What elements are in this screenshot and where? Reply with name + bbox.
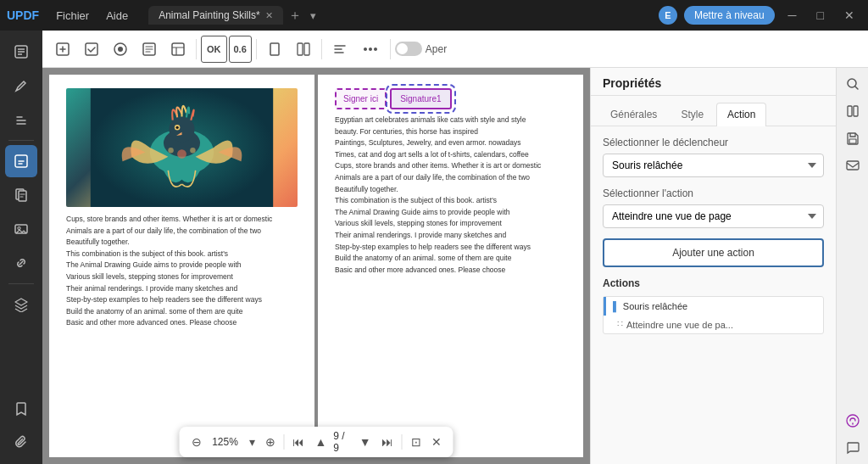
upgrade-button[interactable]: Mettre à niveau <box>684 6 775 25</box>
sidebar-icon-text[interactable] <box>5 36 37 68</box>
signature-row: Signer ici Signature1 <box>335 88 566 109</box>
fit-page-button[interactable]: ⊡ <box>408 433 425 450</box>
svg-rect-15 <box>270 43 279 55</box>
main-area: OK 0.6 Aper <box>42 31 868 464</box>
tool-ok-stamp[interactable]: OK <box>201 36 227 63</box>
active-tab[interactable]: Animal Painting Skills* ✕ <box>148 6 282 25</box>
sidebar-divider-2 <box>8 283 34 284</box>
close-bottom-bar-button[interactable]: ✕ <box>428 433 445 450</box>
tab-close-icon[interactable]: ✕ <box>265 10 273 21</box>
menu-aide[interactable]: Aide <box>99 6 135 25</box>
minimize-button[interactable]: ─ <box>782 5 804 25</box>
trigger-select-wrapper: Souris relâchée <box>603 154 824 177</box>
toolbar-separator-1 <box>196 39 197 59</box>
rs-library-icon[interactable] <box>840 98 865 124</box>
sign-here-button[interactable]: Signer ici <box>335 88 387 109</box>
sidebar-icon-layers[interactable] <box>5 288 37 321</box>
svg-rect-30 <box>849 139 856 143</box>
toggle-track[interactable] <box>395 42 422 56</box>
toolbar-separator-4 <box>390 39 391 59</box>
bottom-toolbar: ⊖ 125% ▾ ⊕ ⏮ ▲ 9 / 9 ▼ ⏭ ⊡ ✕ <box>180 427 453 457</box>
svg-point-24 <box>177 149 186 159</box>
aper-toggle[interactable]: Aper <box>395 42 447 56</box>
svg-rect-28 <box>848 106 852 116</box>
svg-point-12 <box>118 47 123 52</box>
actions-header: Actions <box>603 277 824 289</box>
sidebar-icon-attach[interactable] <box>5 427 37 459</box>
rs-comment-icon[interactable] <box>840 435 865 461</box>
new-tab-button[interactable]: ＋ <box>283 7 307 25</box>
sidebar-icon-edit[interactable] <box>5 70 37 102</box>
maximize-button[interactable]: □ <box>810 5 831 25</box>
tab-action[interactable]: Action <box>716 103 766 126</box>
next-page-button[interactable]: ▼ <box>356 433 375 450</box>
tool-checkbox[interactable] <box>78 36 105 63</box>
trigger-select[interactable]: Souris relâchée <box>603 154 824 177</box>
action-dot-icon: ▌ <box>613 301 620 311</box>
zoom-out-button[interactable]: ⊖ <box>188 433 205 450</box>
zoom-dropdown-button[interactable]: ▾ <box>246 433 259 450</box>
svg-rect-14 <box>172 43 184 55</box>
pdf-image-left <box>66 88 298 207</box>
action-sub-label: Atteindre une vue de pa... <box>626 320 733 330</box>
tool-align[interactable] <box>326 36 353 63</box>
user-avatar: E <box>659 6 677 25</box>
tool-two-page[interactable] <box>290 36 317 63</box>
right-panel: Propriétés Générales Style Action Sélect… <box>590 68 836 464</box>
sidebar-icon-pages[interactable] <box>5 179 37 211</box>
close-button[interactable]: ✕ <box>837 5 861 25</box>
bt-separator-2 <box>402 434 403 450</box>
tab-style[interactable]: Style <box>670 103 715 126</box>
panel-content: Sélectionner le déclencheur Souris relâc… <box>591 126 836 464</box>
pdf-text-top-left: Cups, store brands and other items. Whet… <box>66 214 298 329</box>
panel-tabs: Générales Style Action <box>591 96 836 126</box>
trigger-section: Sélectionner le déclencheur Souris relâc… <box>603 137 824 177</box>
tabs-dropdown-icon[interactable]: ▾ <box>310 9 316 22</box>
pdf-viewer[interactable]: Cups, store brands and other items. Whet… <box>42 68 590 464</box>
tool-single-page[interactable] <box>261 36 288 63</box>
rs-ai-icon[interactable] <box>840 408 865 433</box>
rs-search-icon[interactable] <box>840 71 865 97</box>
zoom-level: 125% <box>209 436 242 448</box>
aper-label: Aper <box>426 43 447 55</box>
svg-rect-29 <box>854 106 858 116</box>
action-select-label: Sélectionner l'action <box>603 187 824 199</box>
rs-mail-icon[interactable] <box>840 153 865 178</box>
action-item-type: Souris relâchée <box>623 301 687 311</box>
menu-fichier[interactable]: Fichier <box>49 6 96 25</box>
tab-generales[interactable]: Générales <box>599 103 668 126</box>
tab-label: Animal Painting Skills* <box>159 9 259 21</box>
signature-tag[interactable]: Signature1 <box>390 88 451 109</box>
sidebar-icon-link[interactable] <box>5 247 37 279</box>
left-sidebar <box>0 31 42 464</box>
prev-page-button[interactable]: ▲ <box>311 433 330 450</box>
last-page-button[interactable]: ⏭ <box>378 433 397 450</box>
zoom-in-button[interactable]: ⊕ <box>262 433 279 450</box>
svg-point-8 <box>18 227 20 230</box>
tool-sign[interactable]: 0.6 <box>229 36 252 63</box>
action-select-wrapper: Atteindre une vue de page <box>603 204 824 228</box>
svg-rect-10 <box>86 43 97 55</box>
action-sub-dot-icon: ∷ <box>617 319 623 330</box>
svg-point-26 <box>190 148 195 153</box>
app-body: OK 0.6 Aper <box>0 31 868 464</box>
action-select[interactable]: Atteindre une vue de page <box>603 204 824 228</box>
sidebar-icon-annotate[interactable] <box>5 103 37 136</box>
toggle-knob <box>397 43 408 54</box>
tool-radio[interactable] <box>107 36 134 63</box>
tool-list[interactable] <box>136 36 163 63</box>
first-page-button[interactable]: ⏮ <box>289 433 308 450</box>
action-list-item: ▌ Souris relâchée ∷ Atteindre une vue de… <box>603 296 824 334</box>
sidebar-icon-forms[interactable] <box>5 145 37 177</box>
svg-rect-6 <box>19 191 26 201</box>
tool-text-field[interactable] <box>49 36 76 63</box>
add-action-button[interactable]: Ajouter une action <box>603 238 824 267</box>
tool-more[interactable] <box>355 36 386 63</box>
app-logo: UPDF <box>7 8 39 22</box>
rs-save-icon[interactable] <box>840 126 865 151</box>
pdf-text-right-1: Egyptian art celebrates animals like cat… <box>335 115 566 276</box>
panel-title: Propriétés <box>591 68 836 96</box>
sidebar-icon-bookmark[interactable] <box>5 393 37 425</box>
sidebar-icon-image[interactable] <box>5 213 37 245</box>
tool-table[interactable] <box>164 36 192 63</box>
